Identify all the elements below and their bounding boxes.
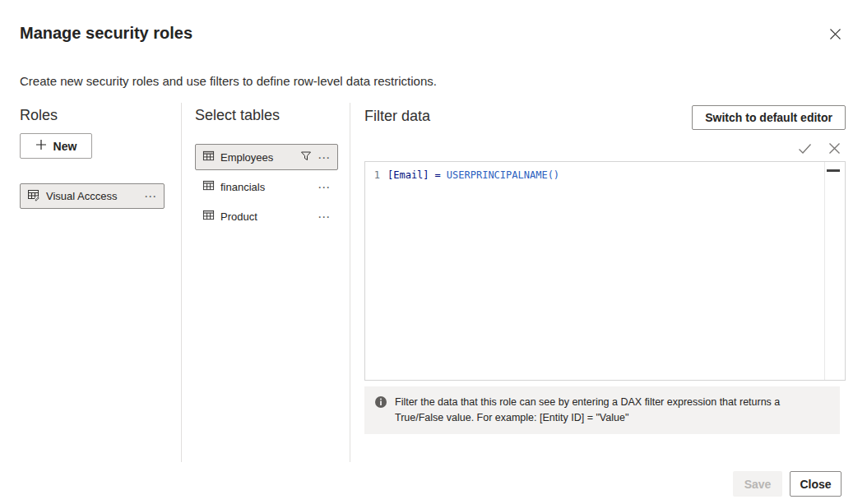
code-operator-token: = [435, 169, 441, 181]
table-row-label: financials [220, 181, 265, 193]
filter-data-header-row: Filter data Switch to default editor [364, 105, 846, 130]
dialog-close-button[interactable] [825, 25, 845, 45]
apply-expression-button[interactable] [796, 141, 813, 158]
filter-data-header: Filter data [364, 105, 430, 125]
dax-info-bar: Filter the data that this role can see b… [364, 386, 840, 434]
role-item-visual-access[interactable]: Visual Acccess ⋯ [20, 183, 165, 209]
table-row-label: Product [220, 210, 257, 223]
table-row-financials[interactable]: financials ⋯ [195, 173, 338, 200]
table-row-product[interactable]: Product ⋯ [195, 203, 338, 229]
dialog-subtitle: Create new security roles and use filter… [20, 74, 437, 88]
x-icon [828, 141, 842, 158]
table-more-options-icon[interactable]: ⋯ [318, 151, 331, 164]
page-title: Manage security roles [20, 24, 192, 43]
filter-data-panel: Filter data Switch to default editor 1 [… [364, 105, 846, 434]
filter-applied-icon [300, 150, 312, 164]
editor-scrollbar[interactable] [824, 162, 825, 380]
table-row-employees[interactable]: Employees ⋯ [195, 144, 338, 170]
code-function-token: USERPRINCIPALNAME() [447, 169, 559, 181]
select-tables-header: Select tables [195, 107, 338, 124]
table-more-options-icon[interactable]: ⋯ [318, 210, 331, 223]
info-icon [374, 395, 387, 426]
info-message: Filter the data that this role can see b… [395, 395, 809, 426]
dax-expression-editor[interactable]: 1 [Email] = USERPRINCIPALNAME() [364, 161, 846, 381]
switch-to-default-editor-button[interactable]: Switch to default editor [692, 105, 846, 130]
table-icon [202, 179, 215, 194]
column-divider [181, 103, 182, 462]
code-field-token: [Email] [387, 169, 429, 181]
role-item-label: Visual Acccess [46, 190, 117, 202]
table-icon [202, 150, 215, 164]
table-more-options-icon[interactable]: ⋯ [318, 181, 331, 193]
new-role-button[interactable]: New [20, 133, 92, 159]
table-row-label: Employees [220, 151, 273, 164]
select-tables-panel: Select tables Employees ⋯ [195, 107, 338, 229]
role-more-options-icon[interactable]: ⋯ [144, 190, 157, 202]
close-icon [829, 28, 842, 43]
roles-header: Roles [20, 107, 168, 124]
checkmark-icon [797, 141, 813, 159]
save-button[interactable]: Save [733, 471, 782, 497]
table-icon [202, 209, 215, 224]
manage-security-roles-dialog: Manage security roles Create new securit… [0, 0, 867, 504]
discard-expression-button[interactable] [826, 141, 842, 158]
roles-panel: Roles New Visual Acccess ⋯ [20, 107, 168, 209]
column-divider [350, 103, 350, 462]
role-edit-icon [27, 188, 40, 204]
scroll-position-marker-icon [827, 169, 840, 172]
line-number: 1 [365, 169, 380, 181]
editor-action-bar [364, 141, 846, 158]
new-role-label: New [53, 140, 77, 153]
plus-icon [35, 139, 47, 153]
close-button[interactable]: Close [790, 471, 842, 497]
code-line: 1 [Email] = USERPRINCIPALNAME() [365, 169, 845, 181]
